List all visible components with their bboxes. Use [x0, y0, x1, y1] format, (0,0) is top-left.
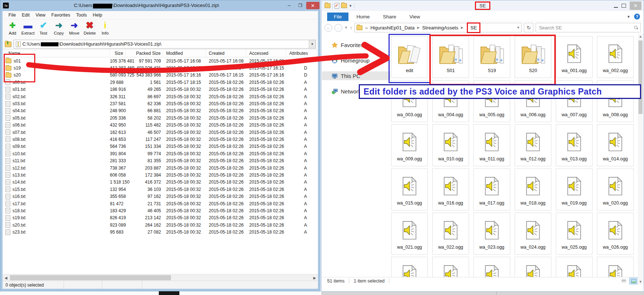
file-tile[interactable]: wa_018.ogg: [515, 168, 551, 210]
file-tile[interactable]: S20: [515, 36, 551, 78]
table-row[interactable]: s13.txt 606 058 172 384 2015-05-18 00:32…: [3, 171, 318, 178]
file-tile[interactable]: wa_017.ogg: [473, 168, 510, 210]
file-tile[interactable]: wa_022.ogg: [432, 213, 469, 255]
file-tile[interactable]: wa_023.ogg: [473, 213, 510, 255]
table-row[interactable]: s19.txt 826 419 213 142 2015-05-18 00:32…: [3, 214, 318, 221]
table-row[interactable]: s11.txt 281 333 81 355 2015-05-18 00:32 …: [3, 157, 318, 164]
maximize-button[interactable]: [622, 4, 626, 8]
file-tile[interactable]: wa_016.ogg: [432, 168, 469, 210]
table-row[interactable]: s09.txt 564 736 151 334 2015-05-18 00:32…: [3, 143, 318, 150]
file-tile[interactable]: wa_024.ogg: [515, 213, 551, 255]
folder-icon[interactable]: [325, 3, 330, 8]
file-tile[interactable]: wa_012.ogg: [515, 124, 551, 166]
table-row[interactable]: s14.txt 1 518 150 416 372 2015-05-18 00:…: [3, 179, 318, 186]
table-row[interactable]: s02.txt 326 311 86 697 2015-05-18 00:32 …: [3, 93, 318, 100]
back-button[interactable]: ←: [325, 24, 332, 32]
file-tile[interactable]: wa_003.ogg: [391, 80, 428, 122]
file-tile[interactable]: wa_019.ogg: [556, 168, 593, 210]
chevron-down-icon[interactable]: ▼: [349, 4, 352, 8]
column-header-created[interactable]: Created: [206, 50, 246, 57]
file-tile[interactable]: wa_015.ogg: [391, 168, 428, 210]
column-header-name[interactable]: Name: [3, 50, 110, 57]
file-tile[interactable]: edit: [391, 36, 428, 78]
minimize-button[interactable]: [614, 7, 618, 8]
scroll-down-arrow-icon[interactable]: ▼: [638, 280, 643, 284]
column-header-modified[interactable]: Modified: [163, 50, 206, 57]
table-row[interactable]: s20.txt 923 089 264 162 2015-05-18 00:32…: [3, 221, 318, 228]
maximize-button[interactable]: ❐: [295, 2, 305, 9]
table-row[interactable]: s00.txt 29 688 1 561 2015-05-17 18:15 20…: [3, 79, 318, 86]
close-button[interactable]: ✕: [306, 2, 319, 9]
table-row[interactable]: s18.txt 183 429 46 405 2015-05-18 00:32 …: [3, 207, 318, 214]
file-tile[interactable]: wa_014.ogg: [597, 124, 634, 166]
column-header-attributes[interactable]: Attributes: [286, 50, 317, 57]
scrollbar-thumb[interactable]: [10, 275, 171, 280]
scroll-right-arrow-icon[interactable]: ▶: [311, 276, 318, 280]
column-header-accessed[interactable]: Accessed: [246, 50, 286, 57]
search-input[interactable]: [538, 25, 634, 31]
menu-item[interactable]: Favorites: [49, 13, 73, 18]
new-folder-icon[interactable]: [341, 3, 347, 8]
table-row[interactable]: s19 412 383 469 403 026 431 2015-05-17 1…: [3, 64, 318, 71]
sidebar-item[interactable]: Favorites: [322, 40, 390, 49]
close-button[interactable]: ✕: [630, 1, 641, 10]
toolbar-button[interactable]: ▬ Extract: [20, 19, 36, 35]
file-tile[interactable]: wa_013.ogg: [556, 124, 593, 166]
file-tile[interactable]: wa_008.ogg: [597, 80, 634, 122]
root-folder-icon[interactable]: [5, 42, 11, 47]
file-tile[interactable]: wa_009.ogg: [391, 124, 428, 166]
ribbon-tab[interactable]: Home: [351, 13, 375, 21]
scroll-up-arrow-icon[interactable]: ▲: [638, 35, 643, 38]
breadcrumb-overflow[interactable]: «: [364, 25, 368, 31]
file-tile[interactable]: S01: [432, 36, 469, 78]
toolbar-button[interactable]: i Info: [97, 19, 113, 35]
sidebar-item[interactable]: Homegroup: [322, 56, 390, 65]
table-row[interactable]: s03.txt 237 581 62 336 2015-05-18 00:32 …: [3, 100, 318, 107]
recent-locations-icon[interactable]: ▼: [344, 26, 348, 29]
menu-item[interactable]: Tools: [73, 13, 90, 18]
menu-item[interactable]: View: [33, 13, 49, 18]
breadcrumb-item[interactable]: HigurashiEp01_Data: [371, 25, 415, 31]
table-row[interactable]: s16.txt 355 658 97 162 2015-05-18 00:32 …: [3, 193, 318, 200]
column-header-packed-size[interactable]: Packed Size: [126, 50, 163, 57]
table-row[interactable]: s06.txt 432 950 115 482 2015-05-18 00:32…: [3, 122, 318, 129]
breadcrumb-item[interactable]: StreamingAssets: [422, 25, 458, 31]
refresh-button[interactable]: ↻: [524, 23, 533, 32]
minimize-button[interactable]: ─: [284, 2, 294, 9]
file-tile[interactable]: wa_001.ogg: [556, 36, 593, 78]
table-row[interactable]: s01.txt 186 916 49 265 2015-05-18 00:32 …: [3, 86, 318, 93]
toolbar-button[interactable]: ✚ Add: [5, 19, 20, 35]
file-tile[interactable]: wa_002.ogg: [597, 36, 634, 78]
breadcrumb-item-current[interactable]: SE: [467, 22, 480, 33]
sidebar-item[interactable]: This PC: [322, 71, 390, 80]
7zip-titlebar[interactable]: 7z C:\Users\Downloads\Higurashi\Higurash…: [0, 0, 321, 11]
column-header-size[interactable]: Size: [110, 50, 126, 57]
file-tile[interactable]: wa_011.ogg: [473, 124, 510, 166]
menu-item[interactable]: Edit: [19, 13, 33, 18]
ribbon-tab[interactable]: View: [404, 13, 425, 21]
ribbon-collapse-icon[interactable]: ▼: [627, 15, 630, 19]
table-row[interactable]: s08.txt 416 653 117 247 2015-05-18 00:32…: [3, 136, 318, 143]
explorer-titlebar[interactable]: ▼ SE ✕: [322, 0, 644, 11]
ribbon-tab[interactable]: Share: [378, 13, 401, 21]
file-tile[interactable]: wa_007.ogg: [556, 80, 593, 122]
chevron-down-icon[interactable]: ▼: [309, 40, 315, 48]
details-view-button[interactable]: [620, 278, 628, 284]
table-row[interactable]: s23.txt 95 683 27 082 2015-05-18 00:32 2…: [3, 228, 318, 235]
file-tile[interactable]: wa_004.ogg: [432, 80, 469, 122]
address-bar[interactable]: « HigurashiEp01_Data ▶ StreamingAssets ▶…: [354, 23, 522, 32]
archive-path-combobox[interactable]: C:\Users\Downloads\Higurashi\HigurashiPS…: [14, 40, 316, 49]
column-header-row[interactable]: Name Size Packed Size Modified Created A…: [3, 50, 318, 57]
menu-item[interactable]: File: [6, 13, 19, 18]
table-row[interactable]: s15.txt 132 954 36 103 2015-05-18 00:32 …: [3, 186, 318, 193]
vertical-scrollbar[interactable]: ▲ ▼: [638, 34, 643, 284]
sidebar-item[interactable]: Network: [322, 87, 390, 96]
help-icon[interactable]: ?: [634, 14, 640, 19]
file-tile[interactable]: wa_010.ogg: [432, 124, 469, 166]
file-tile[interactable]: wa_025.ogg: [556, 213, 593, 255]
table-row[interactable]: s10.txt 391 804 99 774 2015-05-18 00:32 …: [3, 150, 318, 157]
file-tile[interactable]: wa_026.ogg: [597, 213, 634, 255]
menu-item[interactable]: Help: [90, 13, 105, 18]
file-tile[interactable]: wa_021.ogg: [391, 213, 428, 255]
table-row[interactable]: s04.txt 248 900 66 881 2015-05-18 00:32 …: [3, 107, 318, 114]
